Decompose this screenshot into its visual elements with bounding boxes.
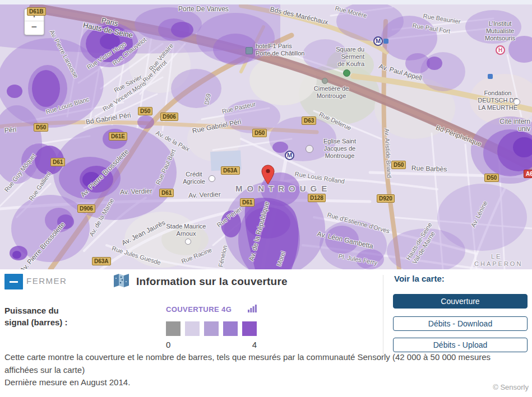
copyright: © Sensorly (493, 383, 529, 391)
poi-line: Cimetière de (300, 85, 362, 92)
poi-line: Montrouge (314, 152, 366, 160)
poi-line: de Koufra (324, 60, 364, 68)
poi-label-institut: L'Institut Mutualiste Montsouris (472, 20, 528, 42)
hotel-icon (246, 47, 253, 54)
poi-line: Arnoux (161, 230, 211, 237)
road-shield: D61E (109, 132, 127, 141)
description-line2: Dernière mesure en August 2014. (4, 376, 514, 389)
transit-icon (488, 74, 493, 79)
area-label-chaperon: CHAPERON (474, 260, 522, 267)
info-panel: FERMER Information sur la couverture Pui… (0, 269, 532, 397)
signal-strength-label: Puissance du signal (barres) : (4, 305, 76, 328)
poi-line: Montsouris (472, 35, 528, 42)
poi-line: Agricole (179, 178, 209, 185)
road-shield: D128 (308, 194, 326, 202)
poi-line: Square du (324, 46, 364, 53)
road-shield: A6 (524, 170, 532, 178)
close-label[interactable]: FERMER (26, 276, 67, 286)
legend-swatch (223, 321, 238, 336)
signal-bars-icon (248, 305, 257, 314)
poi-label-credit: Crédit Agricole (179, 171, 209, 185)
landmark-icon (514, 99, 520, 105)
hospital-icon: H (496, 45, 505, 55)
park-icon (343, 69, 350, 77)
poi-label-koufra: Square du Serment de Koufra (324, 46, 364, 68)
legend-swatch (185, 321, 200, 336)
road-shield: D906 (77, 204, 95, 213)
poi-line: Serment (324, 53, 364, 60)
legend-title: COUVERTURE 4G (166, 305, 232, 314)
road-shield: D63 (302, 116, 316, 125)
road-shield: D50 (391, 161, 406, 169)
stadium-icon (185, 239, 191, 245)
map-marker-pin[interactable] (261, 165, 275, 187)
legend-swatches (166, 321, 257, 336)
coverage-map[interactable]: + − Porte De Vanves Bds des Maréchaux Ru… (0, 4, 532, 269)
debits-upload-button[interactable]: Débits - Upload (393, 338, 528, 352)
panel-header: Information sur la couverture (114, 274, 288, 289)
metro-icon: M (373, 36, 383, 46)
vertical-divider (383, 275, 383, 354)
legend-min: 0 (166, 340, 170, 349)
street-label: Rue Barbès (411, 165, 447, 172)
description-line1: Cette carte montre la couverture et le n… (4, 351, 514, 376)
legend-swatch (204, 321, 219, 336)
sidebar-heading: Voir la carte: (394, 274, 528, 283)
poi-line: Eglise Saint (314, 138, 366, 145)
bank-icon (209, 175, 215, 182)
poi-label-stade: Stade Maurice Arnoux (161, 223, 211, 237)
poi-line: Crédit (179, 171, 209, 178)
legend-max: 4 (252, 340, 257, 349)
debits-download-button[interactable]: Débits - Download (393, 316, 528, 331)
poi-line: Mutualiste (472, 27, 528, 35)
street-label: Porte De Vanves (178, 6, 229, 12)
poi-line: Fondation (470, 90, 526, 97)
cemetery-icon (322, 78, 328, 84)
metro-icon: M (285, 151, 294, 160)
road-shield: D63A (92, 257, 111, 265)
map-icon (114, 274, 129, 289)
road-shield: D63A (221, 166, 240, 175)
zoom-out-button[interactable]: − (25, 21, 44, 34)
road-shield: D920 (377, 194, 395, 203)
poi-label-cimetiere: Cimetière de Montrouge (300, 85, 362, 100)
street-label: Av. Verdier (120, 188, 152, 195)
transit-icon (383, 39, 388, 44)
area-label-cite: Cité intern (487, 118, 530, 125)
poi-line: Montrouge (300, 92, 362, 100)
top-strip (0, 0, 532, 4)
road-shield: D61 (159, 189, 174, 197)
legend-swatch (242, 321, 257, 336)
panel-title: Information sur la couverture (136, 275, 288, 288)
couverture-button[interactable]: Couverture (393, 294, 528, 309)
area-label-chaperon: LE (491, 253, 502, 260)
poi-line: Porte de Châtillon (256, 50, 304, 57)
poi-line: LA MEURTHE (470, 104, 526, 111)
street-label: Av. Verdier (188, 191, 221, 199)
minus-icon (10, 281, 18, 283)
poi-line: Jacques de (314, 145, 366, 152)
road-shield: D906 (160, 113, 178, 121)
area-label-cite: univ (487, 125, 530, 132)
road-shield: D61 (50, 158, 65, 166)
poi-label-hotel: hotelF1 Paris Porte de Châtillon (256, 43, 304, 57)
road-shield: D50 (252, 129, 267, 137)
poi-line: L'Institut (472, 20, 528, 27)
road-shield: D50 (138, 107, 152, 115)
road-shield: D50 (484, 174, 499, 182)
road-shield: D50 (34, 123, 48, 132)
poi-line: Stade Maurice (161, 223, 211, 230)
legend-swatch (166, 321, 181, 336)
poi-label-eglise: Eglise Saint Jacques de Montrouge (314, 138, 366, 160)
road-shield: D61 (240, 198, 255, 207)
road-shield: D61B (27, 7, 46, 16)
poi-line: hotelF1 Paris (256, 43, 304, 50)
collapse-panel-button[interactable] (4, 274, 23, 289)
description: Cette carte montre la couverture et le n… (4, 351, 514, 389)
church-icon (306, 145, 313, 153)
city-label: MONTROUGE (235, 185, 331, 192)
coverage-legend: COUVERTURE 4G 0 4 (166, 305, 257, 349)
street-label: Péri (4, 126, 16, 134)
map-type-selector: Voir la carte: Couverture Débits - Downl… (393, 274, 528, 283)
